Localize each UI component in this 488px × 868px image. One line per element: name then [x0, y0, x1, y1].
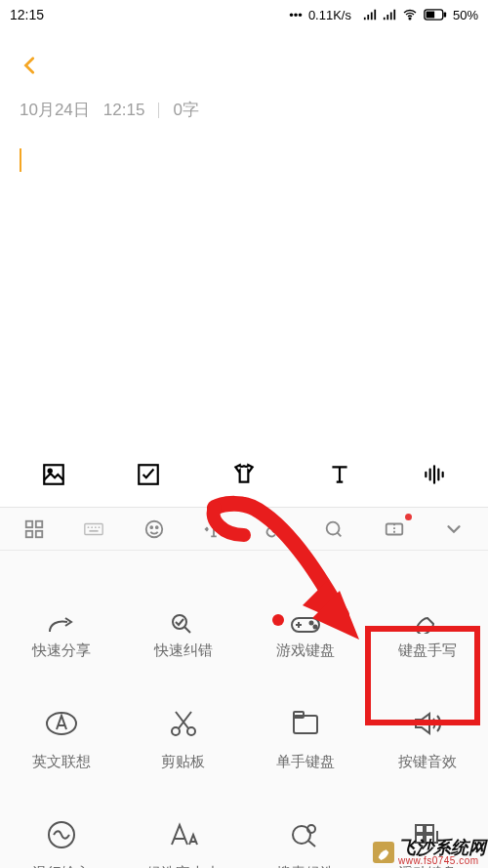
tab-search-icon[interactable] [319, 515, 348, 544]
status-bar: 12:15 ••• 0.11K/s 50% [0, 0, 488, 29]
tool-clipboard[interactable]: 剪贴板 [122, 666, 244, 771]
keyboard-panel: 快速分享 快速纠错 游戏键盘 键盘手写 英文联想 剪贴板 单手键盘 [0, 507, 488, 868]
tool-label: 快速纠错 [154, 641, 213, 660]
keyboard-tools-grid: 快速分享 快速纠错 游戏键盘 键盘手写 英文联想 剪贴板 单手键盘 [0, 551, 488, 868]
signal-icon-1 [363, 8, 377, 21]
tool-one-hand[interactable]: 单手键盘 [244, 666, 366, 771]
svg-point-21 [327, 521, 340, 534]
notification-dot-icon [405, 514, 412, 520]
image-icon[interactable] [38, 459, 69, 490]
font-size-icon [164, 815, 203, 854]
tool-label: 搜索候选 [276, 864, 335, 868]
meta-divider [158, 103, 159, 118]
svg-point-14 [92, 526, 94, 528]
svg-point-13 [88, 526, 90, 528]
tab-grid-icon[interactable] [20, 515, 49, 544]
note-date: 10月24日 [20, 99, 90, 121]
status-more-icon: ••• [289, 8, 303, 22]
svg-rect-36 [426, 825, 433, 833]
tool-cand-size[interactable]: 候选字大小 [122, 777, 244, 868]
encircled-a-icon [42, 704, 81, 743]
one-hand-kbd-icon [286, 704, 325, 743]
svg-point-18 [146, 520, 163, 537]
speaker-sound-icon [408, 704, 447, 743]
note-header: 10月24日 12:15 0字 [0, 29, 488, 182]
voice-wave-icon[interactable] [419, 459, 450, 490]
watermark-logo-icon [373, 842, 394, 863]
tool-swipe-input[interactable]: 滑行输入 [0, 777, 122, 868]
watermark: 飞沙系统网 www.fs0745.com [373, 839, 486, 866]
tool-label: 候选字大小 [146, 864, 220, 868]
search-toggle-icon [286, 815, 325, 854]
svg-point-15 [95, 526, 97, 528]
gamepad-icon [286, 614, 325, 634]
svg-point-28 [172, 727, 180, 735]
svg-rect-12 [85, 523, 102, 534]
tool-label: 滑行输入 [32, 864, 91, 868]
svg-point-23 [173, 615, 186, 629]
tool-quick-correct[interactable]: 快速纠错 [122, 555, 244, 660]
svg-point-16 [99, 526, 101, 528]
tab-emoji-icon[interactable] [140, 515, 169, 544]
text-cursor[interactable] [20, 148, 21, 172]
svg-rect-11 [36, 530, 42, 536]
shirt-icon[interactable] [228, 459, 260, 490]
svg-point-20 [156, 526, 158, 528]
svg-point-1 [409, 18, 411, 20]
tool-label: 游戏键盘 [276, 641, 335, 660]
tab-coupon-icon[interactable] [380, 515, 409, 544]
svg-point-25 [309, 622, 312, 625]
tool-key-sound[interactable]: 按键音效 [366, 666, 488, 771]
scissors-icon [164, 704, 203, 743]
svg-rect-3 [427, 12, 435, 19]
svg-point-26 [313, 626, 316, 629]
text-format-icon[interactable] [324, 459, 355, 490]
tab-cursor-move-icon[interactable] [199, 515, 228, 544]
svg-rect-35 [416, 825, 424, 833]
note-time: 12:15 [103, 101, 145, 120]
keyboard-tabs [0, 508, 488, 551]
tab-keyboard-icon[interactable] [79, 515, 108, 544]
tool-en-predict[interactable]: 英文联想 [0, 666, 122, 771]
share-out-icon [42, 614, 81, 634]
svg-rect-4 [444, 12, 447, 17]
svg-rect-8 [26, 520, 32, 526]
tool-label: 快速分享 [32, 641, 91, 660]
tool-search-cand[interactable]: 搜索候选 [244, 777, 366, 868]
note-toolbar [0, 447, 488, 502]
tab-collapse-icon[interactable] [439, 515, 468, 544]
tool-kbd-handwrite[interactable]: 键盘手写 [366, 555, 488, 660]
tool-game-kbd[interactable]: 游戏键盘 [244, 555, 366, 660]
tool-quick-share[interactable]: 快速分享 [0, 555, 122, 660]
tool-label: 键盘手写 [398, 641, 457, 660]
tool-label: 剪贴板 [161, 753, 205, 771]
svg-point-6 [48, 470, 51, 473]
back-button[interactable] [20, 54, 468, 81]
tool-label: 按键音效 [398, 753, 457, 771]
wifi-icon [402, 7, 418, 22]
battery-pct: 50% [453, 8, 478, 22]
svg-rect-10 [26, 530, 32, 536]
svg-rect-5 [44, 465, 63, 484]
watermark-title: 飞沙系统网 [398, 838, 486, 857]
swipe-wave-icon [42, 815, 81, 854]
svg-point-29 [187, 727, 195, 735]
signal-icon-2 [383, 8, 396, 21]
tab-link-icon[interactable] [260, 515, 289, 544]
svg-rect-17 [90, 529, 99, 531]
note-meta: 10月24日 12:15 0字 [20, 99, 468, 121]
magnify-check-icon [164, 614, 203, 634]
tool-label: 单手键盘 [276, 753, 335, 771]
checklist-icon[interactable] [133, 459, 164, 490]
battery-icon [424, 9, 447, 21]
svg-point-19 [150, 526, 152, 528]
svg-rect-9 [36, 520, 42, 526]
status-netspeed: 0.11K/s [308, 8, 351, 22]
pen-brush-icon [408, 614, 447, 634]
watermark-sub: www.fs0745.com [398, 856, 486, 866]
note-wordcount: 0字 [173, 99, 198, 121]
tool-label: 英文联想 [32, 753, 91, 771]
status-time: 12:15 [10, 7, 44, 22]
